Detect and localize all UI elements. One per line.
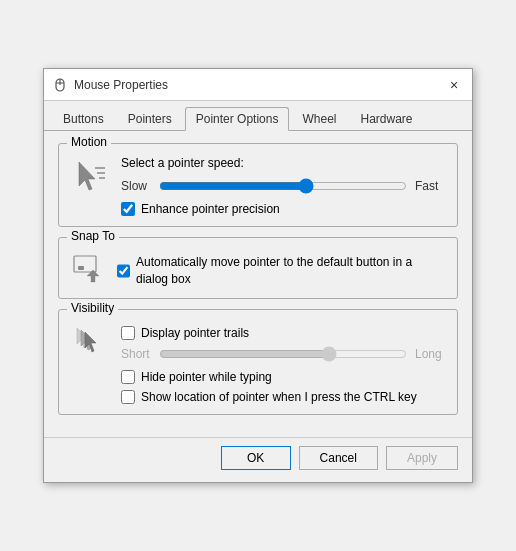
ok-button[interactable]: OK xyxy=(221,446,291,470)
trails-slider[interactable] xyxy=(159,346,407,362)
content-area: Motion Select a pointer speed: Sl xyxy=(44,131,472,437)
mouse-icon xyxy=(52,77,68,93)
tab-hardware[interactable]: Hardware xyxy=(349,107,423,130)
motion-icon xyxy=(71,156,111,196)
visibility-icon xyxy=(71,322,111,362)
visibility-content: Display pointer trails Short Long Hide p… xyxy=(71,322,445,404)
trails-slider-row: Short Long xyxy=(121,344,445,364)
visibility-group-label: Visibility xyxy=(67,301,118,315)
snap-to-label: Automatically move pointer to the defaul… xyxy=(136,254,445,288)
show-ctrl-label: Show location of pointer when I press th… xyxy=(141,390,417,404)
svg-rect-8 xyxy=(78,266,84,270)
snap-to-checkbox[interactable] xyxy=(117,264,130,278)
title-bar: Mouse Properties × xyxy=(44,69,472,101)
hide-pointer-label: Hide pointer while typing xyxy=(141,370,272,384)
speed-slider-row: Slow Fast xyxy=(121,176,445,196)
snap-to-body: Automatically move pointer to the defaul… xyxy=(117,250,445,288)
trails-row: Display pointer trails xyxy=(121,326,445,340)
slow-label: Slow xyxy=(121,179,151,193)
speed-label: Select a pointer speed: xyxy=(121,156,445,170)
motion-body: Select a pointer speed: Slow Fast Enhanc… xyxy=(121,156,445,216)
svg-marker-3 xyxy=(79,162,95,190)
enhance-precision-label: Enhance pointer precision xyxy=(141,202,280,216)
show-ctrl-checkbox[interactable] xyxy=(121,390,135,404)
fast-label: Fast xyxy=(415,179,445,193)
tab-buttons[interactable]: Buttons xyxy=(52,107,115,130)
short-label: Short xyxy=(121,347,151,361)
title-bar-left: Mouse Properties xyxy=(52,77,168,93)
speed-slider[interactable] xyxy=(159,178,407,194)
trails-slider-container[interactable] xyxy=(159,344,407,364)
footer: OK Cancel Apply xyxy=(44,437,472,482)
tab-pointer-options[interactable]: Pointer Options xyxy=(185,107,290,131)
motion-group-label: Motion xyxy=(67,135,111,149)
snap-to-group-label: Snap To xyxy=(67,229,119,243)
tab-pointers[interactable]: Pointers xyxy=(117,107,183,130)
snap-to-group: Snap To Automatically move poi xyxy=(58,237,458,299)
hide-pointer-row: Hide pointer while typing xyxy=(121,370,445,384)
close-button[interactable]: × xyxy=(444,75,464,95)
speed-slider-container[interactable] xyxy=(159,176,407,196)
trails-checkbox[interactable] xyxy=(121,326,135,340)
enhance-precision-checkbox[interactable] xyxy=(121,202,135,216)
tabs-bar: Buttons Pointers Pointer Options Wheel H… xyxy=(44,101,472,131)
apply-button[interactable]: Apply xyxy=(386,446,458,470)
tab-wheel[interactable]: Wheel xyxy=(291,107,347,130)
snap-to-checkbox-row: Automatically move pointer to the defaul… xyxy=(117,254,445,288)
show-ctrl-row: Show location of pointer when I press th… xyxy=(121,390,445,404)
trails-label: Display pointer trails xyxy=(141,326,249,340)
mouse-properties-window: Mouse Properties × Buttons Pointers Poin… xyxy=(43,68,473,483)
snap-to-icon xyxy=(71,250,107,286)
svg-marker-12 xyxy=(85,332,96,352)
enhance-precision-row: Enhance pointer precision xyxy=(121,202,445,216)
motion-group: Motion Select a pointer speed: Sl xyxy=(58,143,458,227)
visibility-body: Display pointer trails Short Long Hide p… xyxy=(121,322,445,404)
visibility-group: Visibility Display pointer trails xyxy=(58,309,458,415)
snap-to-content: Automatically move pointer to the defaul… xyxy=(71,250,445,288)
svg-rect-7 xyxy=(74,256,96,272)
motion-content: Select a pointer speed: Slow Fast Enhanc… xyxy=(71,156,445,216)
hide-pointer-checkbox[interactable] xyxy=(121,370,135,384)
window-title: Mouse Properties xyxy=(74,78,168,92)
long-label: Long xyxy=(415,347,445,361)
cancel-button[interactable]: Cancel xyxy=(299,446,378,470)
